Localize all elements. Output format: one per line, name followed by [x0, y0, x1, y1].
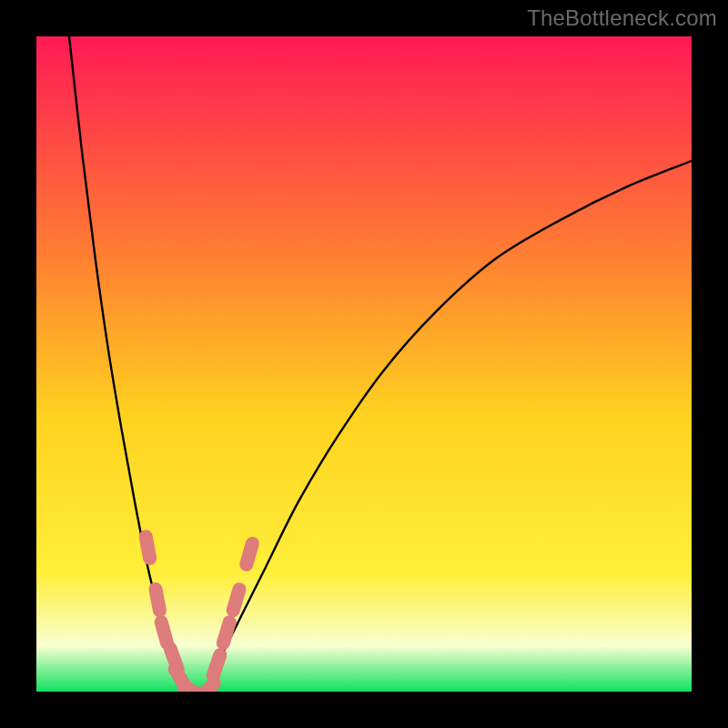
marker-capsule — [146, 537, 149, 559]
marker-capsule — [223, 622, 229, 643]
curve-layer — [36, 36, 692, 692]
marker-capsule — [161, 622, 167, 643]
watermark-text: TheBottleneck.com — [527, 5, 717, 31]
marker-capsule — [156, 589, 160, 611]
plot-area — [36, 36, 692, 692]
marker-group — [146, 537, 252, 692]
marker-capsule — [247, 543, 253, 564]
marker-capsule — [213, 655, 220, 676]
chart-frame: TheBottleneck.com — [0, 0, 728, 728]
marker-capsule — [233, 590, 239, 611]
marker-capsule — [199, 683, 214, 692]
curve-left-branch — [69, 36, 187, 685]
curve-right-branch — [207, 161, 692, 685]
